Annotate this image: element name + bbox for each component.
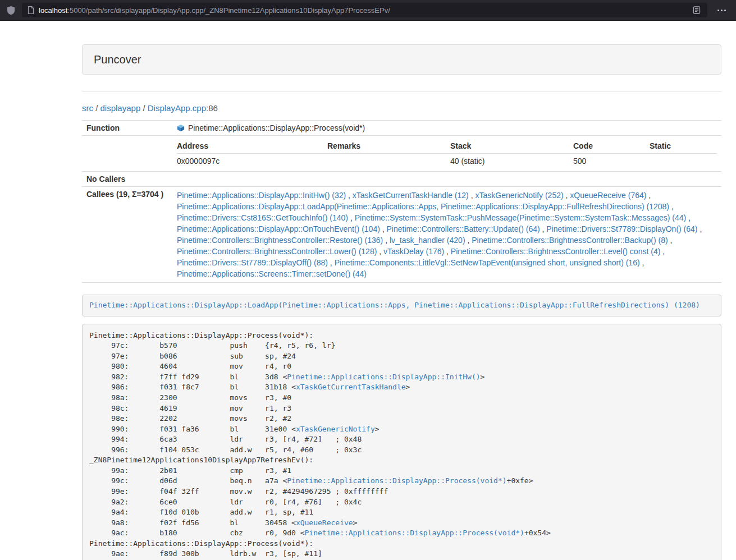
callee-link[interactable]: Pinetime::Components::LittleVgl::SetNewT… xyxy=(335,258,640,267)
callees-label: Callees (19, Σ=3704 ) xyxy=(82,187,172,283)
callee-link[interactable]: Pinetime::Controllers::BrightnessControl… xyxy=(177,247,377,256)
stats-header-remarks: Remarks xyxy=(327,139,450,154)
callee-link[interactable]: vTaskDelay (176) xyxy=(383,247,444,256)
app-title: Puncover xyxy=(94,53,710,66)
symbol-cube-icon xyxy=(177,124,185,132)
stats-row-label xyxy=(82,136,172,172)
url-bar[interactable]: localhost:5000/path/src/displayapp/Displ… xyxy=(22,3,707,17)
page-container: Puncover src / displayapp / DisplayApp.c… xyxy=(82,44,721,560)
callee-link[interactable]: xTaskGetCurrentTaskHandle (12) xyxy=(353,191,469,200)
no-callers-label: No Callers xyxy=(82,172,172,187)
callees-list: Pinetime::Applications::DisplayApp::Init… xyxy=(172,187,721,283)
browser-menu-icon[interactable] xyxy=(713,10,730,11)
function-name: Pinetime::Applications::DisplayApp::Proc… xyxy=(188,123,365,132)
assembly-symbol-link[interactable]: Pinetime::Applications::DisplayApp::Init… xyxy=(287,373,480,381)
assembly-symbol-link[interactable]: Pinetime::Applications::DisplayApp::Proc… xyxy=(287,476,506,485)
stats-table: Address Remarks Stack Code Static 0x0000… xyxy=(177,139,717,168)
callee-link[interactable]: Pinetime::Applications::DisplayApp::Load… xyxy=(177,202,669,211)
divider xyxy=(82,91,721,92)
breadcrumb-link[interactable]: DisplayApp.cpp: xyxy=(148,103,208,113)
callee-link[interactable]: Pinetime::Drivers::St7789::DisplayOn() (… xyxy=(546,224,697,233)
callee-link[interactable]: xQueueReceive (764) xyxy=(570,191,646,200)
callee-link[interactable]: Pinetime::Applications::Screens::Timer::… xyxy=(177,269,367,278)
url-path: :5000/path/src/displayapp/DisplayApp.cpp… xyxy=(67,6,390,15)
callee-link[interactable]: Pinetime::Controllers::BrightnessControl… xyxy=(177,236,383,245)
stats-value-code: 500 xyxy=(573,154,650,169)
callers-row: No Callers xyxy=(82,172,721,187)
function-label: Function xyxy=(82,121,172,136)
callee-link[interactable]: Pinetime::Controllers::Battery::Update()… xyxy=(387,224,540,233)
stats-header-stack: Stack xyxy=(450,139,573,154)
page-icon xyxy=(28,6,34,14)
signature-link[interactable]: Pinetime::Applications::DisplayApp::Load… xyxy=(89,301,700,309)
stats-value-address: 0x0000097c xyxy=(177,154,327,169)
stats-value-remarks xyxy=(327,154,450,169)
app-header-panel: Puncover xyxy=(82,44,721,75)
assembly-symbol-link[interactable]: xTaskGetCurrentTaskHandle xyxy=(296,383,406,391)
shield-icon[interactable] xyxy=(6,4,16,16)
function-row: Function Pinetime::Applications::Display… xyxy=(82,121,721,136)
breadcrumb-link[interactable]: src xyxy=(82,103,93,113)
stats-header-code: Code xyxy=(573,139,650,154)
stats-value-static xyxy=(650,154,717,169)
url-host: localhost xyxy=(39,6,67,15)
stats-row: Address Remarks Stack Code Static 0x0000… xyxy=(82,136,721,172)
callee-link[interactable]: Pinetime::Controllers::BrightnessControl… xyxy=(472,236,668,245)
assembly-symbol-link[interactable]: Pinetime::Applications::DisplayApp::Proc… xyxy=(305,529,524,537)
stats-value-stack: 40 (static) xyxy=(450,154,573,169)
reader-mode-icon[interactable] xyxy=(692,5,702,15)
browser-toolbar: localhost:5000/path/src/displayapp/Displ… xyxy=(0,0,736,21)
breadcrumb-link[interactable]: displayapp xyxy=(100,103,141,113)
callee-link[interactable]: Pinetime::Applications::DisplayApp::OnTo… xyxy=(177,224,380,233)
url-text[interactable]: localhost:5000/path/src/displayapp/Displ… xyxy=(39,6,687,15)
callee-link[interactable]: Pinetime::Controllers::BrightnessControl… xyxy=(451,247,660,256)
assembly-symbol-link[interactable]: xTaskGenericNotify xyxy=(296,425,375,433)
function-table: Function Pinetime::Applications::Display… xyxy=(82,120,721,283)
callee-link[interactable]: Pinetime::Drivers::St7789::DisplayOff() … xyxy=(177,258,328,267)
assembly-block: Pinetime::Applications::DisplayApp::Proc… xyxy=(82,324,721,560)
stats-header-address: Address xyxy=(177,139,327,154)
callee-link[interactable]: xTaskGenericNotify (252) xyxy=(475,191,563,200)
callee-link[interactable]: Pinetime::System::SystemTask::PushMessag… xyxy=(355,213,687,222)
callee-link[interactable]: Pinetime::Drivers::Cst816S::GetTouchInfo… xyxy=(177,213,348,222)
assembly-symbol-link[interactable]: xQueueReceive xyxy=(296,518,353,527)
stats-header-static: Static xyxy=(650,139,717,154)
callee-link[interactable]: Pinetime::Applications::DisplayApp::Init… xyxy=(177,191,346,200)
signature-box: Pinetime::Applications::DisplayApp::Load… xyxy=(82,295,721,316)
breadcrumb: src / displayapp / DisplayApp.cpp:86 xyxy=(82,103,721,113)
callees-row: Callees (19, Σ=3704 ) Pinetime::Applicat… xyxy=(82,187,721,283)
callee-link[interactable]: lv_task_handler (420) xyxy=(390,236,465,245)
